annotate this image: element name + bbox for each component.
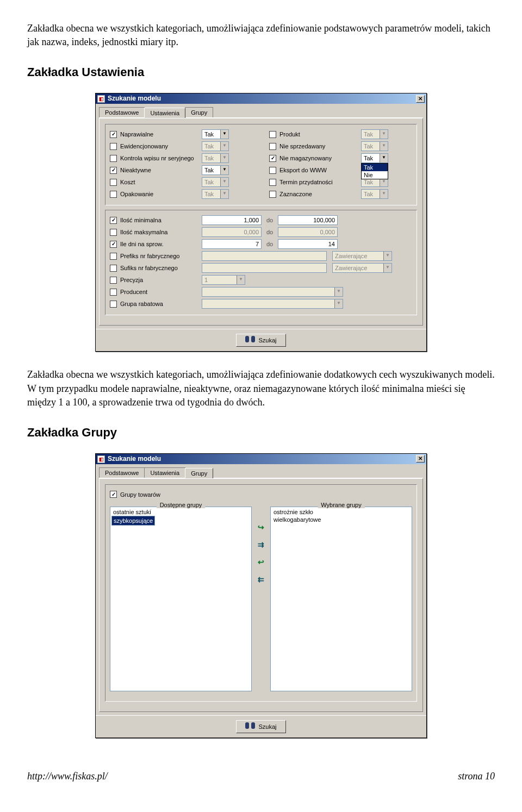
text-input[interactable] xyxy=(202,263,327,273)
list-item[interactable]: szybkopsujące xyxy=(111,516,155,526)
remove-one-icon[interactable]: ↩ xyxy=(255,557,267,567)
dropdown-arrow-icon: ▼ xyxy=(220,190,228,198)
input-to[interactable]: 100,000 xyxy=(278,215,338,225)
checkbox[interactable] xyxy=(110,253,117,260)
input-to[interactable]: 14 xyxy=(278,239,338,249)
titlebar: ◧Szukanie modelu ✕ xyxy=(96,454,426,464)
tab-grupy[interactable]: Grupy xyxy=(185,107,213,117)
dropdown-arrow-icon: ▼ xyxy=(237,276,245,284)
search-button[interactable]: Szukaj xyxy=(236,334,285,347)
transfer-buttons: ↪ ⇉ ↩ ⇇ xyxy=(255,507,267,691)
field-label: Nieaktywne xyxy=(120,167,202,173)
field-label: Opakowanie xyxy=(120,191,202,197)
add-all-icon[interactable]: ⇉ xyxy=(255,539,267,550)
dropdown-arrow-icon: ▼ xyxy=(383,252,391,260)
checkbox[interactable] xyxy=(110,265,117,272)
list-item[interactable]: ostrożnie szkło xyxy=(272,508,411,516)
titlebar: ◧Szukanie modelu ✕ xyxy=(96,93,426,104)
tab-ustawienia[interactable]: Ustawienia xyxy=(144,467,185,478)
label-to: do xyxy=(262,229,278,235)
field-label: Nie magazynowany xyxy=(279,155,361,161)
match-mode-select[interactable]: Zawierające▼ xyxy=(332,251,392,261)
tabs: Podstawowe Ustawienia Grupy xyxy=(99,467,423,478)
checkbox[interactable] xyxy=(110,241,117,248)
checkbox-grupy-towarow[interactable] xyxy=(110,491,117,498)
field-label: Produkt xyxy=(279,131,361,138)
checkbox[interactable] xyxy=(110,179,117,186)
dialog-title: Szukanie modelu xyxy=(108,455,161,463)
checkbox[interactable] xyxy=(269,143,276,150)
checkbox[interactable] xyxy=(110,277,117,284)
page-footer: http://www.fiskas.pl/ strona 10 xyxy=(27,771,495,782)
field-label: Precyzja xyxy=(120,277,202,283)
dropdown-arrow-icon: ▼ xyxy=(380,130,388,139)
checkbox[interactable] xyxy=(110,155,117,162)
match-mode-select[interactable]: Zawierające▼ xyxy=(332,263,392,273)
field-label: Grupa rabatowa xyxy=(120,301,202,307)
input-from[interactable]: 0,000 xyxy=(202,227,262,237)
select[interactable]: Tak▼ xyxy=(202,177,229,187)
dropdown-arrow-icon: ▼ xyxy=(220,130,228,139)
select[interactable]: Tak▼ xyxy=(202,153,229,163)
tab-ustawienia[interactable]: Ustawienia xyxy=(144,108,185,118)
field-label: Zaznaczone xyxy=(279,191,361,197)
checkbox[interactable] xyxy=(269,167,276,174)
select[interactable]: Tak▼ xyxy=(202,141,229,151)
checkbox[interactable] xyxy=(269,191,276,198)
binoculars-icon xyxy=(245,336,255,345)
input-from[interactable]: 1,000 xyxy=(202,215,262,225)
checkbox[interactable] xyxy=(110,229,117,236)
heading-ustawienia: Zakładka Ustawienia xyxy=(27,65,495,79)
checkbox[interactable] xyxy=(110,167,117,174)
tab-podstawowe[interactable]: Podstawowe xyxy=(99,467,145,478)
field-label: Ilość maksymalna xyxy=(120,229,202,235)
checkbox[interactable] xyxy=(269,155,276,162)
footer-page: strona 10 xyxy=(458,771,495,782)
select[interactable]: Tak▼ xyxy=(361,141,388,151)
select[interactable]: Tak▼ xyxy=(202,189,229,199)
selected-groups-list[interactable]: Wybrane grupy ostrożnie szkło wielkogaba… xyxy=(270,507,412,691)
search-button-label: Szukaj xyxy=(258,723,276,730)
checkbox[interactable] xyxy=(110,143,117,150)
checkbox[interactable] xyxy=(110,131,117,138)
tab-podstawowe[interactable]: Podstawowe xyxy=(99,107,145,117)
dropdown-arrow-icon: ▼ xyxy=(220,166,228,174)
field-label: Sufiks nr fabrycznego xyxy=(120,265,202,271)
dropdown-arrow-icon: ▼ xyxy=(334,288,343,296)
select[interactable]: 1▼ xyxy=(202,275,245,285)
label-grupy-towarow: Grupy towarów xyxy=(120,491,202,498)
checkbox[interactable] xyxy=(110,301,117,308)
select[interactable]: ▼ xyxy=(202,287,343,297)
close-icon[interactable]: ✕ xyxy=(416,95,425,103)
add-one-icon[interactable]: ↪ xyxy=(255,522,267,533)
field-label: Ilość minimalna xyxy=(120,217,202,223)
checkbox[interactable] xyxy=(110,191,117,198)
select[interactable]: Tak▼ xyxy=(361,129,388,139)
tab-grupy[interactable]: Grupy xyxy=(185,468,213,478)
text-input[interactable] xyxy=(202,251,327,261)
remove-all-icon[interactable]: ⇇ xyxy=(255,574,267,585)
intro-text: Zakładka obecna we wszystkich kategoriac… xyxy=(27,22,495,49)
dropdown-arrow-icon: ▼ xyxy=(383,264,391,272)
list-item[interactable]: wielkogabarytowe xyxy=(272,516,411,523)
input-to[interactable]: 0,000 xyxy=(278,227,338,237)
select[interactable]: Tak▼ xyxy=(202,165,229,175)
checkbox[interactable] xyxy=(110,217,117,224)
checkbox[interactable] xyxy=(110,289,117,296)
field-label: Ile dni na sprow. xyxy=(120,241,202,247)
field-label: Koszt xyxy=(120,179,202,185)
checkbox[interactable] xyxy=(269,179,276,186)
app-icon: ◧ xyxy=(97,95,105,103)
select[interactable]: ▼ xyxy=(202,299,343,309)
close-icon[interactable]: ✕ xyxy=(416,455,425,463)
dropdown-arrow-icon: ▼ xyxy=(380,142,388,151)
select[interactable]: Tak▼ TakNie xyxy=(361,153,388,163)
list-item[interactable]: ostatnie sztuki xyxy=(111,508,250,516)
select[interactable]: Tak▼ xyxy=(202,129,229,139)
checkbox[interactable] xyxy=(269,131,276,138)
dialog-szukanie-modelu-grupy: ◧Szukanie modelu ✕ Podstawowe Ustawienia… xyxy=(95,453,427,738)
select[interactable]: Tak▼ xyxy=(361,189,388,199)
input-from[interactable]: 7 xyxy=(202,239,262,249)
search-button[interactable]: Szukaj xyxy=(236,720,285,733)
available-groups-list[interactable]: Dostępne grupy ostatnie sztuki szybkopsu… xyxy=(110,507,252,691)
